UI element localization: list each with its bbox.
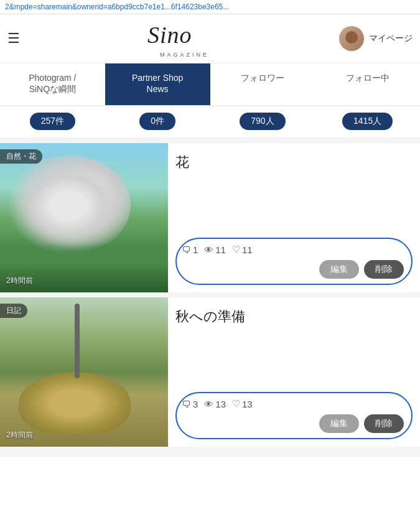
comment-icon: 🗨 bbox=[182, 399, 191, 409]
tab-followers[interactable]: フォロワー bbox=[210, 63, 315, 105]
tab-following[interactable]: フォロー中 bbox=[315, 63, 420, 105]
like-stat: ♡ 11 bbox=[232, 244, 253, 255]
tab-photogram[interactable]: Photogram /SiNQな瞬間 bbox=[0, 63, 105, 105]
post-card: 自然・花 2時間前 花 🗨 1 👁 11 bbox=[0, 143, 420, 292]
stats-oval: 🗨 1 👁 11 ♡ 11 編集 bbox=[175, 238, 413, 285]
delete-button[interactable]: 削除 bbox=[364, 260, 404, 279]
view-count: 13 bbox=[215, 399, 226, 409]
time-tag: 2時間前 bbox=[6, 276, 33, 286]
post-image-autumn bbox=[0, 297, 168, 447]
like-count: 13 bbox=[242, 399, 253, 409]
comment-count: 1 bbox=[193, 245, 198, 255]
like-stat: ♡ 13 bbox=[232, 398, 253, 409]
followers-count: 790人 bbox=[210, 113, 315, 130]
post-actions: 編集 削除 bbox=[182, 260, 404, 279]
logo: Sino MAGAZINE bbox=[30, 19, 339, 58]
photogram-count: 257件 bbox=[0, 113, 105, 130]
svg-text:Sino: Sino bbox=[147, 22, 192, 47]
following-count: 1415人 bbox=[315, 113, 420, 130]
view-icon: 👁 bbox=[204, 245, 213, 255]
tab-partner-shop-news[interactable]: Partner ShopNews bbox=[105, 63, 210, 105]
edit-button[interactable]: 編集 bbox=[319, 260, 359, 279]
like-count: 11 bbox=[242, 245, 253, 255]
post-title: 花 bbox=[175, 153, 413, 172]
post-info: 花 🗨 1 👁 11 ♡ 11 bbox=[168, 143, 420, 292]
edit-button[interactable]: 編集 bbox=[319, 414, 359, 433]
post-image-wrapper: 自然・花 2時間前 bbox=[0, 143, 168, 292]
time-tag: 2時間前 bbox=[6, 430, 33, 440]
heart-icon: ♡ bbox=[232, 398, 240, 409]
logo-svg: Sino bbox=[147, 19, 222, 47]
avatar-image bbox=[339, 26, 364, 51]
stats-oval: 🗨 3 👁 13 ♡ 13 編集 bbox=[175, 392, 413, 439]
category-tag: 日記 bbox=[0, 304, 27, 318]
comment-stat: 🗨 3 bbox=[182, 399, 198, 409]
followers-badge: 790人 bbox=[240, 113, 285, 130]
content-area: 自然・花 2時間前 花 🗨 1 👁 11 bbox=[0, 138, 420, 457]
post-stats: 🗨 1 👁 11 ♡ 11 bbox=[182, 244, 404, 255]
post-card: 日記 2時間前 秋への準備 🗨 3 👁 13 bbox=[0, 297, 420, 447]
url-bar: 2&mpde=sharemain&ownerid=a6bpd9ccb7e1e1.… bbox=[0, 0, 420, 14]
hamburger-menu-button[interactable]: ☰ bbox=[7, 30, 20, 47]
header: ☰ Sino MAGAZINE マイページ bbox=[0, 14, 420, 63]
view-icon: 👁 bbox=[204, 399, 213, 409]
partner-badge: 0件 bbox=[139, 113, 175, 130]
post-info: 秋への準備 🗨 3 👁 13 ♡ 13 bbox=[168, 297, 420, 447]
comment-icon: 🗨 bbox=[182, 245, 191, 255]
post-stats-area: 🗨 3 👁 13 ♡ 13 編集 bbox=[175, 392, 413, 439]
logo-main-text: Sino bbox=[30, 19, 339, 52]
avatar[interactable] bbox=[339, 26, 364, 51]
partner-count: 0件 bbox=[105, 113, 210, 130]
post-image-wrapper: 日記 2時間前 bbox=[0, 297, 168, 447]
heart-icon: ♡ bbox=[232, 244, 240, 255]
tab-bar: Photogram /SiNQな瞬間 Partner ShopNews フォロワ… bbox=[0, 63, 420, 106]
logo-sub-text: MAGAZINE bbox=[30, 52, 339, 58]
avatar-area: マイページ bbox=[339, 26, 413, 51]
view-stat: 👁 11 bbox=[204, 245, 226, 255]
post-actions: 編集 削除 bbox=[182, 414, 404, 433]
post-image-flower bbox=[0, 143, 168, 292]
post-stats: 🗨 3 👁 13 ♡ 13 bbox=[182, 398, 404, 409]
post-stats-area: 🗨 1 👁 11 ♡ 11 編集 bbox=[175, 238, 413, 285]
following-badge: 1415人 bbox=[342, 113, 393, 130]
delete-button[interactable]: 削除 bbox=[364, 414, 404, 433]
comment-stat: 🗨 1 bbox=[182, 245, 198, 255]
counts-row: 257件 0件 790人 1415人 bbox=[0, 106, 420, 138]
post-title: 秋への準備 bbox=[175, 307, 413, 326]
category-tag: 自然・花 bbox=[0, 149, 42, 164]
view-count: 11 bbox=[215, 245, 226, 255]
mypage-link[interactable]: マイページ bbox=[369, 33, 413, 44]
view-stat: 👁 13 bbox=[204, 399, 226, 409]
photogram-badge: 257件 bbox=[30, 113, 75, 130]
comment-count: 3 bbox=[193, 399, 198, 409]
